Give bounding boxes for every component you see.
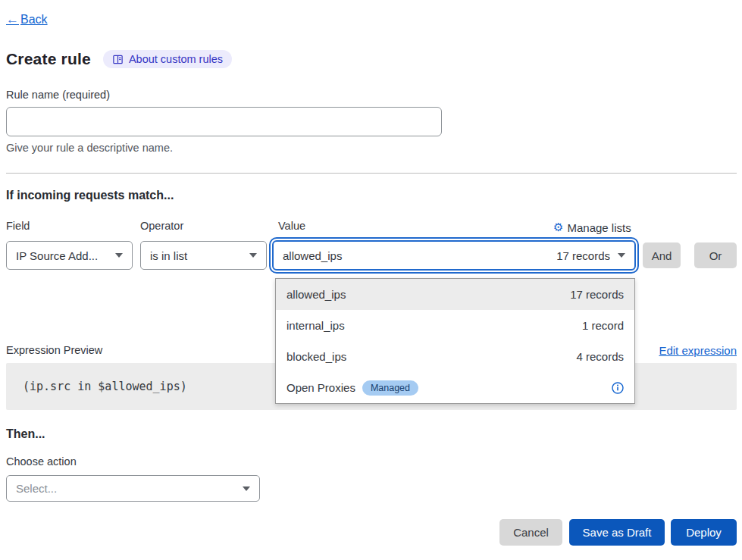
rule-name-input[interactable] xyxy=(6,107,442,136)
deploy-button[interactable]: Deploy xyxy=(671,519,737,546)
manage-lists-link[interactable]: ⚙ Manage lists xyxy=(553,221,631,234)
list-name: Open Proxies xyxy=(286,381,355,394)
chevron-down-icon xyxy=(618,253,625,258)
edit-expression-link[interactable]: Edit expression xyxy=(659,344,737,357)
page-title: Create rule xyxy=(6,50,91,68)
list-name: allowed_ips xyxy=(286,288,346,301)
field-select-value: IP Source Add... xyxy=(16,249,98,262)
back-link[interactable]: ←Back xyxy=(6,12,48,27)
list-records: 17 records xyxy=(570,288,624,301)
managed-badge: Managed xyxy=(362,380,418,396)
list-records: 4 records xyxy=(576,350,624,363)
rule-name-label: Rule name (required) xyxy=(6,89,110,101)
choose-action-label: Choose action xyxy=(6,455,77,468)
value-label: Value xyxy=(278,220,305,232)
back-label: Back xyxy=(20,13,48,27)
chevron-down-icon xyxy=(249,253,257,258)
expression-preview-label: Expression Preview xyxy=(6,344,102,356)
dropdown-option-allowed-ips[interactable]: allowed_ips 17 records xyxy=(276,279,634,310)
dropdown-option-internal-ips[interactable]: internal_ips 1 record xyxy=(276,310,634,341)
value-dropdown-menu: allowed_ips 17 records internal_ips 1 re… xyxy=(275,278,635,404)
about-custom-rules-link[interactable]: About custom rules xyxy=(103,50,232,68)
section-divider xyxy=(6,173,737,174)
value-select-selected: allowed_ips xyxy=(283,249,342,262)
gear-icon: ⚙ xyxy=(553,221,563,234)
cancel-button[interactable]: Cancel xyxy=(499,519,562,546)
then-heading: Then... xyxy=(6,427,45,441)
value-select[interactable]: allowed_ips 17 records xyxy=(272,240,636,271)
dropdown-option-open-proxies[interactable]: Open Proxies Managed xyxy=(276,372,634,403)
list-name: internal_ips xyxy=(286,319,345,332)
action-select-placeholder: Select... xyxy=(16,482,57,495)
chevron-down-icon xyxy=(115,253,123,258)
list-records: 1 record xyxy=(582,319,624,332)
manage-lists-label: Manage lists xyxy=(567,221,631,234)
expression-code: (ip.src in $allowed_ips) xyxy=(23,380,187,393)
list-name: blocked_ips xyxy=(286,350,346,363)
about-badge-label: About custom rules xyxy=(129,53,223,65)
match-heading: If incoming requests match... xyxy=(6,189,174,202)
rule-name-helper: Give your rule a descriptive name. xyxy=(6,142,173,154)
and-button[interactable]: And xyxy=(643,242,681,268)
title-row: Create rule About custom rules xyxy=(6,50,232,68)
operator-label: Operator xyxy=(140,220,183,232)
dropdown-option-blocked-ips[interactable]: blocked_ips 4 records xyxy=(276,341,634,372)
save-as-draft-button[interactable]: Save as Draft xyxy=(569,519,665,546)
book-icon xyxy=(112,54,124,65)
or-button[interactable]: Or xyxy=(694,242,737,268)
chevron-down-icon xyxy=(243,486,250,491)
create-rule-page: ←Back Create rule About custom rules Rul… xyxy=(0,0,742,560)
field-select[interactable]: IP Source Add... xyxy=(6,241,133,270)
value-select-records: 17 records xyxy=(556,249,610,262)
back-arrow-icon: ← xyxy=(6,12,19,27)
action-select[interactable]: Select... xyxy=(6,475,260,502)
operator-select-value: is in list xyxy=(150,249,187,262)
info-icon[interactable] xyxy=(612,382,624,394)
operator-select[interactable]: is in list xyxy=(140,241,267,270)
field-label: Field xyxy=(6,220,30,232)
